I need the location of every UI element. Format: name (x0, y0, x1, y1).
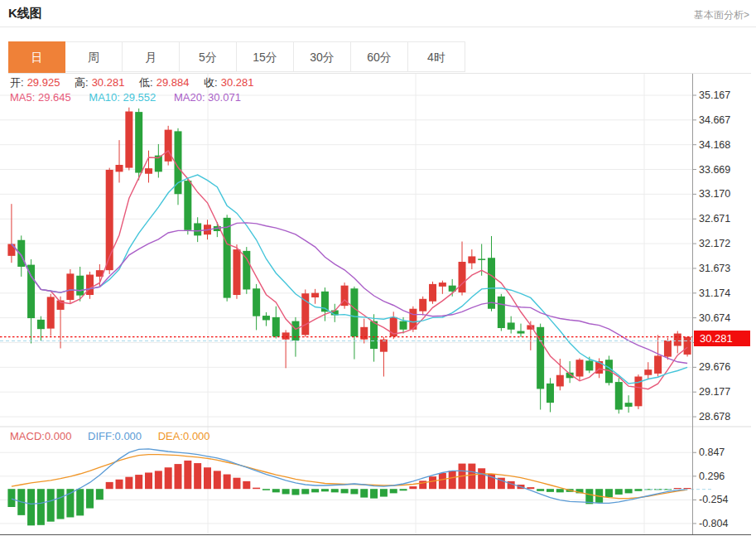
current-price-badge: 30.281 (694, 331, 750, 346)
axis-label: 29.676 (699, 361, 730, 373)
candle-body (370, 321, 378, 349)
macd-bar (449, 471, 456, 489)
candle-body (360, 327, 368, 340)
tab-60min[interactable]: 60分 (351, 41, 408, 72)
macd-bar (116, 480, 123, 489)
candle-body (585, 360, 593, 370)
axis-label: 31.673 (699, 263, 730, 274)
macd-bar (301, 489, 309, 494)
axis-label: 30.674 (699, 312, 730, 324)
macd-bar (390, 489, 397, 493)
macd-bar (262, 489, 270, 490)
ohlc-legend: 开:29.925 高:30.281 低:29.884 收:30.281 (10, 75, 265, 90)
candle-body (184, 181, 191, 230)
macd-bar (625, 489, 633, 493)
candle-body (459, 262, 466, 292)
macd-bar (400, 489, 407, 490)
macd-bar (135, 475, 142, 489)
candle-body (400, 321, 407, 330)
axis-label: 34.168 (699, 139, 730, 151)
macd-bar (547, 489, 554, 492)
candle-body (684, 337, 691, 355)
candle-body (429, 284, 436, 302)
axis-label: 29.177 (699, 386, 730, 398)
macd-bar (321, 489, 329, 491)
axis-label: 32.172 (699, 238, 730, 249)
diff-value: DIFF:0.000 (88, 430, 142, 442)
tab-5min[interactable]: 5分 (180, 41, 237, 72)
macd-bar (439, 473, 446, 489)
tab-30min[interactable]: 30分 (294, 41, 351, 72)
axis-label: 32.671 (699, 213, 730, 225)
candle-body (282, 332, 290, 339)
candle-body (547, 384, 554, 403)
candle-body (508, 322, 515, 329)
low-value: 29.884 (156, 76, 190, 89)
axis-label: 31.174 (699, 287, 730, 299)
macd-bar (194, 463, 201, 489)
macd-bar (341, 489, 349, 493)
candle-body (301, 293, 309, 335)
macd-bar (311, 489, 319, 492)
candle-body (37, 320, 45, 329)
candle-body (419, 299, 426, 311)
axis-label: 33.170 (699, 188, 730, 200)
axis-label: 0.296 (699, 471, 725, 482)
candle-body (194, 223, 201, 235)
macd-bar (175, 464, 182, 489)
candle-body (76, 276, 84, 296)
tab-15min[interactable]: 15分 (237, 41, 294, 72)
candle-body (243, 251, 250, 290)
high-value: 30.281 (92, 76, 125, 89)
macd-bar (145, 472, 152, 489)
candle-body (165, 130, 172, 162)
macd-bar (556, 489, 564, 492)
candle-body (478, 258, 485, 260)
macd-bar (468, 464, 475, 490)
macd-bar (360, 489, 368, 497)
macd-bar (214, 471, 221, 489)
candle-body (439, 282, 446, 287)
axis-label: 0.847 (699, 447, 725, 458)
macd-bar (27, 489, 35, 525)
macd-bar (605, 489, 613, 497)
tab-month[interactable]: 月 (123, 41, 180, 72)
candle-body (625, 403, 633, 407)
dea-value: DEA:0.000 (158, 430, 210, 442)
macd-bar (331, 489, 339, 492)
macd-bar (615, 489, 623, 495)
candle-body (654, 355, 662, 373)
tab-4hour[interactable]: 4时 (408, 41, 465, 72)
candle-body (47, 297, 55, 328)
candle-body (575, 360, 583, 376)
tab-day[interactable]: 日 (8, 41, 65, 73)
tab-week[interactable]: 周 (65, 41, 123, 72)
low-label: 低: (139, 76, 153, 89)
macd-bar (37, 489, 45, 525)
macd-bar (253, 488, 260, 490)
candle-body (272, 317, 280, 336)
macd-bar (674, 488, 681, 489)
open-value: 29.925 (27, 76, 60, 89)
fundamental-analysis-link[interactable]: 基本面分析> (694, 8, 749, 22)
macd-bar (224, 475, 231, 490)
candle-body (262, 316, 270, 320)
axis-label: 28.678 (699, 411, 730, 423)
close-label: 收: (204, 76, 218, 89)
candle-body (311, 293, 319, 297)
candle-body (135, 112, 142, 172)
ma-legend: MA5: 29.645 MA10: 29.552 MA20: 30.071 (10, 91, 244, 104)
macd-bar (350, 489, 358, 494)
macd-bar (86, 489, 94, 508)
macd-bar (282, 489, 290, 494)
candle-body (224, 218, 231, 298)
open-label: 开: (10, 76, 24, 89)
candle-body (664, 340, 672, 357)
axis-label: 35.167 (699, 89, 730, 101)
candle-body (7, 244, 15, 256)
header-divider (0, 27, 756, 27)
period-tabbar: 日 周 月 5分 15分 30分 60分 4时 (8, 41, 751, 74)
axis-label: -0.254 (699, 494, 728, 505)
macd-bar (537, 489, 544, 491)
candle-body (498, 297, 505, 328)
